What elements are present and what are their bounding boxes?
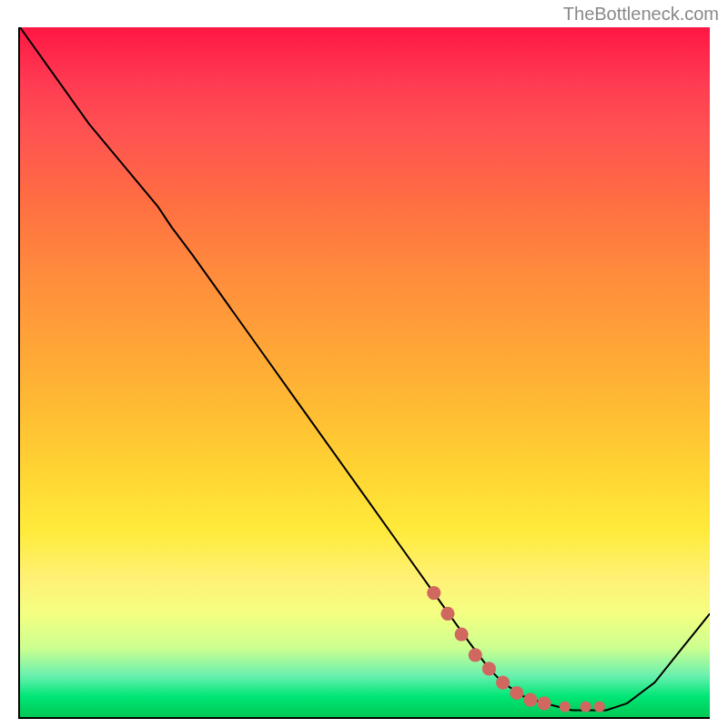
- highlighted-markers: [20, 27, 710, 717]
- marker-point: [560, 702, 571, 713]
- marker-point: [482, 662, 496, 675]
- marker-point: [510, 686, 523, 700]
- marker-point: [455, 627, 469, 641]
- marker-point: [496, 676, 510, 690]
- marker-point: [523, 693, 537, 706]
- attribution-text: TheBottleneck.com: [563, 4, 719, 25]
- marker-point: [469, 648, 482, 662]
- marker-point: [440, 607, 454, 621]
- marker-point: [427, 586, 440, 600]
- marker-point: [538, 696, 551, 710]
- marker-point: [594, 702, 605, 713]
- marker-point: [580, 702, 591, 713]
- chart-area: [18, 27, 710, 719]
